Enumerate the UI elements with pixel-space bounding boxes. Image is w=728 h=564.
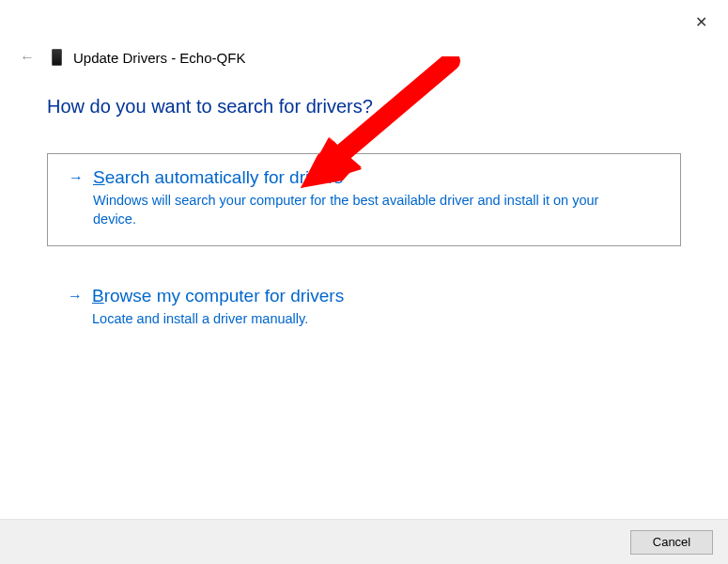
option-title-rest: earch automatically for drivers [105,167,343,187]
option-search-automatically[interactable]: → Search automatically for drivers Windo… [47,153,681,246]
hotkey-char: B [92,286,104,306]
device-icon [52,49,62,66]
content-area: How do you want to search for drivers? →… [0,68,728,346]
option-head: → Search automatically for drivers [69,167,659,188]
option-description: Locate and install a driver manually. [92,310,618,329]
window-title: Update Drivers - Echo-QFK [73,50,245,66]
prompt-heading: How do you want to search for drivers? [47,96,681,118]
option-title-rest: rowse my computer for drivers [104,286,345,306]
footer-bar: Cancel [0,519,728,564]
back-button[interactable]: ← [14,47,40,68]
option-head: → Browse my computer for drivers [68,286,660,306]
option-title: Browse my computer for drivers [92,286,344,306]
option-description: Windows will search your computer for th… [93,192,619,228]
arrow-right-icon: → [69,169,84,186]
header-bar: ← Update Drivers - Echo-QFK [0,0,728,68]
cancel-button[interactable]: Cancel [630,530,713,555]
close-button[interactable]: ✕ [691,9,711,35]
arrow-right-icon: → [68,288,83,305]
option-browse-computer[interactable]: → Browse my computer for drivers Locate … [47,273,681,346]
option-title: Search automatically for drivers [93,167,343,188]
hotkey-char: S [93,167,105,187]
